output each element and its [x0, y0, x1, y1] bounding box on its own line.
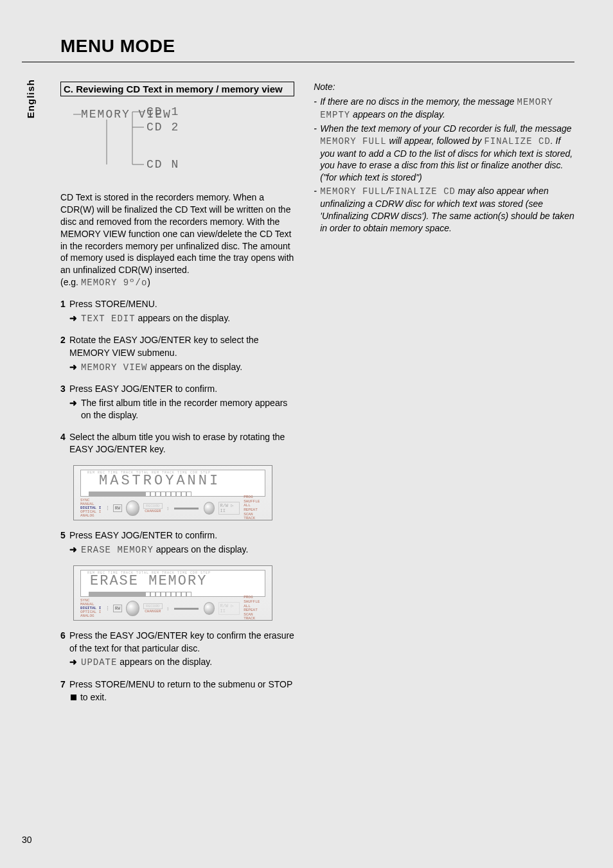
step-5-tail: appears on the display.	[154, 544, 249, 554]
page: MENU MODE English C. Reviewing CD Text i…	[0, 0, 613, 868]
step-2-tail: appears on the display.	[147, 362, 242, 372]
d2-mid2: CHANGER	[143, 609, 163, 614]
step-5-text: Press EASY JOG/ENTER to confirm.	[69, 530, 217, 540]
language-label: English	[25, 79, 36, 118]
step-7-text-b: to exit.	[78, 692, 107, 702]
step-1-tail: appears on the display.	[136, 313, 231, 323]
step-5-sub-body: ERASE MEMORY appears on the display.	[81, 544, 294, 557]
slot-icon	[174, 608, 199, 610]
d1-mid2: CHANGER	[143, 509, 163, 513]
step-6-seg: UPDATE	[81, 657, 117, 668]
step-1: 1 Press STORE/MENU. ➜ TEXT EDIT appears …	[60, 298, 294, 325]
dash-icon: -	[314, 96, 320, 121]
n1b: appears on the display.	[350, 109, 445, 120]
d2-l4: ANALOG	[80, 614, 102, 618]
content-columns: C. Reviewing CD Text in memory / memory …	[60, 82, 574, 713]
note-1-body: If there are no discs in the memory, the…	[320, 96, 574, 121]
step-1-seg: TEXT EDIT	[81, 314, 136, 324]
step-6-num: 6	[60, 630, 69, 669]
step-6-body: Press the EASY JOG/ENTER key to confirm …	[69, 630, 294, 669]
step-6-sub: ➜ UPDATE appears on the display.	[69, 656, 294, 669]
device-2-left-labels: SYNC MANUAL DIGITAL I OPTICAL I ANALOG	[80, 599, 102, 618]
jog-knob-icon	[126, 500, 139, 516]
small-knob-icon	[204, 502, 215, 515]
n3seg: MEMORY FULL	[320, 186, 386, 197]
note-2-body: When the text memory of your CD recorder…	[320, 123, 574, 184]
intro-paragraph: CD Text is stored in the recorders memor…	[60, 191, 294, 289]
d1-r4: SCAN TRACK	[244, 513, 265, 521]
lcd-2: REM REC TIME TRACK TOTAL REM TRACK TIME …	[80, 570, 265, 597]
n2a: When the text memory of your CD recorder…	[320, 123, 571, 134]
device-2-right-labels: PROG SHUFFLE ALL REPEAT SCAN TRACK	[244, 596, 265, 621]
step-1-body: Press STORE/MENU. ➜ TEXT EDIT appears on…	[69, 298, 294, 325]
device-2-controls: SYNC MANUAL DIGITAL I OPTICAL I ANALOG ⫶…	[80, 599, 265, 617]
n1a: If there are no discs in the memory, the…	[320, 96, 517, 107]
d2-r4: SCAN TRACK	[244, 613, 265, 621]
eg-prefix: (e.g.	[60, 277, 81, 287]
tree-leaf-n: CD N	[147, 158, 179, 171]
tree-diagram: MEMORY VIEW CD 1 CD 2 CD N	[64, 103, 294, 180]
step-7-body: Press STORE/MENU to return to the submen…	[69, 678, 294, 704]
step-2-sub-body: MEMORY VIEW appears on the display.	[81, 361, 294, 375]
step-1-sub-body: TEXT EDIT appears on the display.	[81, 312, 294, 326]
step-3-sub: ➜ The first album title in the recorder …	[69, 397, 294, 422]
arrow-icon: ➜	[69, 361, 81, 375]
step-6-sub-body: UPDATE appears on the display.	[81, 656, 294, 669]
n3seg2: FINALIZE CD	[389, 186, 456, 197]
lcd-2-text: ERASE MEMORY	[90, 573, 207, 589]
lcd-1-text: MASTROYANNI	[99, 473, 220, 489]
step-4-text: Select the album title you wish to erase…	[69, 432, 285, 455]
step-1-sub: ➜ TEXT EDIT appears on the display.	[69, 312, 294, 326]
lcd-2-bar	[89, 589, 257, 594]
step-3-sub-body: The first album title in the recorder me…	[81, 397, 294, 422]
tree-leaf-1: CD 1	[147, 105, 179, 118]
rw-badge: RW	[113, 504, 122, 512]
eg-seg: MEMORY 9º/o	[81, 278, 147, 288]
intro-text: CD Text is stored in the recorders memor…	[60, 192, 294, 275]
device-2-mid: RECORD CHANGER	[143, 603, 163, 614]
lcd-1-bar	[89, 488, 257, 493]
step-6-text: Press the EASY JOG/ENTER key to confirm …	[69, 630, 294, 653]
step-7-text-a: Press STORE/MENU to return to the submen…	[69, 679, 292, 689]
device-display-2: REM REC TIME TRACK TOTAL REM TRACK TIME …	[73, 565, 272, 621]
step-4-body: Select the album title you wish to erase…	[69, 431, 294, 456]
step-6: 6 Press the EASY JOG/ENTER key to confir…	[60, 630, 294, 669]
step-2-body: Rotate the EASY JOG/ENTER key to select …	[69, 334, 294, 374]
arrow-icon: ➜	[69, 544, 81, 557]
d2-mid1: RECORD	[143, 603, 163, 609]
device-1-controls: SYNC MANUAL DIGITAL I OPTICAL I ANALOG ⫶…	[80, 499, 265, 517]
step-3-num: 3	[60, 383, 69, 422]
note-1: - If there are no discs in the memory, t…	[314, 96, 574, 121]
step-5-body: Press EASY JOG/ENTER to confirm. ➜ ERASE…	[69, 529, 294, 556]
lcd-1: REM REC TIME TRACK TOTAL REM TRACK TIME …	[80, 470, 265, 497]
left-column: C. Reviewing CD Text in memory / memory …	[60, 82, 294, 713]
arrow-icon: ➜	[69, 656, 81, 669]
language-tab: English	[22, 76, 39, 122]
device-1-left-labels: SYNC MANUAL DIGITAL I OPTICAL I ANALOG	[80, 499, 102, 518]
step-3-body: Press EASY JOG/ENTER to confirm. ➜ The f…	[69, 383, 294, 422]
step-2-text: Rotate the EASY JOG/ENTER key to select …	[69, 335, 259, 358]
section-c-heading: C. Reviewing CD Text in memory / memory …	[60, 82, 294, 96]
step-4: 4 Select the album title you wish to era…	[60, 431, 294, 456]
tree-leaf-2: CD 2	[147, 121, 179, 134]
page-number: 30	[22, 835, 32, 845]
device-display-1: REM REC TIME TRACK TOTAL REM TRACK TIME …	[73, 465, 272, 520]
note-2: - When the text memory of your CD record…	[314, 123, 574, 184]
step-2-seg: MEMORY VIEW	[81, 362, 147, 373]
step-7-num: 7	[60, 678, 69, 704]
right-column: Note: - If there are no discs in the mem…	[314, 82, 574, 713]
step-5: 5 Press EASY JOG/ENTER to confirm. ➜ ERA…	[60, 529, 294, 556]
step-2-sub: ➜ MEMORY VIEW appears on the display.	[69, 361, 294, 375]
step-3-text: Press EASY JOG/ENTER to confirm.	[69, 384, 217, 394]
step-4-num: 4	[60, 431, 69, 456]
step-7: 7 Press STORE/MENU to return to the subm…	[60, 678, 294, 704]
step-5-sub: ➜ ERASE MEMORY appears on the display.	[69, 544, 294, 557]
step-1-text: Press STORE/MENU.	[69, 299, 157, 309]
slot-icon	[174, 508, 199, 509]
jog-knob-icon	[126, 601, 139, 616]
d1-mid1: RECORD	[143, 503, 163, 509]
n2seg2: FINALIZE CD	[484, 136, 550, 146]
step-5-num: 5	[60, 529, 69, 556]
rw-badge-2: RW	[113, 605, 122, 612]
page-title: MENU MODE	[60, 36, 574, 57]
